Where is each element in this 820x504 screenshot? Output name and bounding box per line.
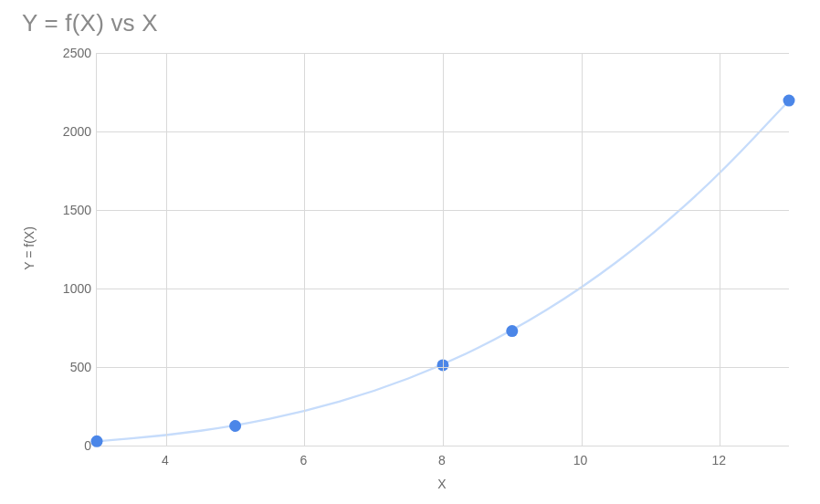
y-tick-label: 2500	[53, 46, 91, 60]
x-axis-label: X	[437, 477, 446, 491]
data-point	[91, 436, 103, 447]
gridline-v	[166, 53, 167, 446]
x-tick-label: 4	[162, 453, 169, 467]
y-tick-label: 2000	[53, 124, 91, 139]
chart-title: Y = f(X) vs X	[22, 9, 158, 37]
data-point	[229, 420, 241, 432]
x-tick-label: 12	[711, 453, 726, 467]
y-tick-label: 1000	[53, 281, 91, 296]
x-tick-label: 6	[300, 453, 307, 467]
plot-area	[96, 53, 789, 446]
x-tick-label: 10	[573, 453, 588, 467]
gridline-v	[582, 53, 583, 446]
gridline-v	[304, 53, 305, 446]
x-tick-label: 8	[438, 453, 446, 467]
y-tick-label: 0	[53, 438, 91, 453]
data-point	[506, 325, 518, 337]
y-tick-label: 500	[53, 360, 91, 374]
gridline-v	[720, 53, 720, 446]
chart-container: Y = f(X) vs X Y = f(X) X 050010001500200…	[0, 0, 820, 504]
data-point	[783, 95, 795, 107]
y-axis-label: Y = f(X)	[22, 226, 37, 270]
y-tick-label: 1500	[53, 203, 91, 217]
gridline-v	[443, 53, 444, 446]
